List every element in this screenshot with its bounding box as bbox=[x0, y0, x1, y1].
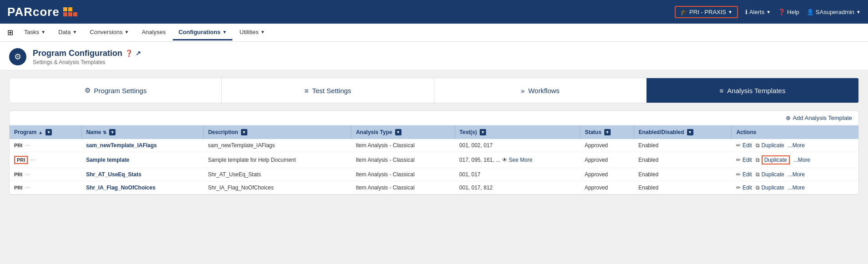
name-sort-icon[interactable]: ⇅ bbox=[103, 130, 106, 135]
row3-description-cell: Shr_AT_UseEq_Stats bbox=[203, 168, 351, 181]
row2-edit-button[interactable]: Edit bbox=[743, 157, 752, 163]
row4-tests: 001, 017, 812 bbox=[459, 184, 492, 191]
row1-edit-button[interactable]: Edit bbox=[743, 142, 752, 149]
row3-edit-button[interactable]: Edit bbox=[743, 171, 752, 178]
col-name-label: Name bbox=[86, 129, 101, 135]
row1-analysis-type: Item Analysis - Classical bbox=[356, 142, 414, 149]
tab-program-settings[interactable]: ⚙ Program Settings bbox=[10, 78, 222, 103]
grid-icon[interactable]: ⊞ bbox=[7, 28, 13, 37]
nav-utilities[interactable]: Utilities ▼ bbox=[234, 25, 271, 40]
tasks-caret-icon: ▼ bbox=[41, 30, 45, 35]
row4-status-cell: Approved bbox=[580, 181, 634, 194]
nav-configurations[interactable]: Configurations ▼ bbox=[173, 25, 232, 40]
row3-analysis-type-cell: Item Analysis - Classical bbox=[351, 168, 455, 181]
analysis-templates-table-section: ⊕ Add Analysis Template Program ▲ ▼ bbox=[9, 110, 859, 195]
name-filter-icon[interactable]: ▼ bbox=[109, 129, 115, 135]
main-content: ⚙ Program Settings ≡ Test Settings » Wor… bbox=[0, 70, 868, 202]
row3-actions-cell: ✏ Edit ⧉ Duplicate ...More bbox=[732, 168, 858, 181]
nav-analyses[interactable]: Analyses bbox=[136, 25, 171, 40]
page-subtitle: Settings & Analysis Templates bbox=[33, 59, 141, 65]
row1-tests: 001, 002, 017 bbox=[459, 142, 492, 149]
row4-more-button[interactable]: ...More bbox=[788, 184, 805, 191]
row4-name-link[interactable]: Shr_IA_Flag_NoOfChoices bbox=[86, 184, 156, 191]
row4-analysis-type-cell: Item Analysis - Classical bbox=[351, 181, 455, 194]
tab-workflows[interactable]: » Workflows bbox=[434, 78, 647, 103]
row1-name-link[interactable]: sam_newTemplate_IAFlags bbox=[86, 142, 157, 149]
row2-status-cell: Approved bbox=[580, 152, 634, 168]
row3-name-link[interactable]: Shr_AT_UseEq_Stats bbox=[86, 171, 141, 178]
row3-description: Shr_AT_UseEq_Stats bbox=[208, 171, 261, 178]
tab-test-settings-label: Test Settings bbox=[312, 87, 351, 95]
program-selector[interactable]: 🎓 PRI - PRAXIS ▼ bbox=[675, 6, 738, 18]
row1-tests-cell: 001, 002, 017 bbox=[455, 139, 580, 152]
status-filter-icon[interactable]: ▼ bbox=[604, 129, 611, 135]
col-tests: Test(s) ▼ bbox=[455, 125, 580, 139]
nav-utilities-label: Utilities bbox=[240, 29, 259, 35]
help-circle-icon: ❓ bbox=[778, 9, 785, 15]
col-tests-label: Test(s) bbox=[460, 129, 477, 135]
alerts-menu[interactable]: ℹ Alerts ▼ bbox=[745, 9, 771, 15]
row2-enabled: Enabled bbox=[638, 157, 658, 163]
col-actions-label: Actions bbox=[736, 129, 756, 135]
add-analysis-template-button[interactable]: ⊕ Add Analysis Template bbox=[786, 115, 852, 121]
table-row: PRI ⋯ sam_newTemplate_IAFlags sam_newTem… bbox=[10, 139, 858, 152]
main-nav: ⊞ Tasks ▼ Data ▼ Conversions ▼ Analyses … bbox=[0, 24, 868, 42]
row1-duplicate-button[interactable]: Duplicate bbox=[762, 142, 784, 149]
row2-more-button[interactable]: ...More bbox=[793, 157, 810, 163]
tab-test-settings[interactable]: ≡ Test Settings bbox=[222, 78, 434, 103]
row2-program-badge: PRI bbox=[14, 156, 28, 164]
tab-analysis-templates-label: Analysis Templates bbox=[727, 87, 785, 95]
row2-description: Sample template for Help Document bbox=[208, 157, 296, 163]
nav-conversions[interactable]: Conversions ▼ bbox=[85, 25, 135, 40]
conversions-caret-icon: ▼ bbox=[125, 30, 129, 35]
row2-description-cell: Sample template for Help Document bbox=[203, 152, 351, 168]
row3-more-button[interactable]: ...More bbox=[788, 171, 805, 178]
analysis-type-filter-icon[interactable]: ▼ bbox=[395, 129, 401, 135]
row1-duplicate-icon: ⧉ bbox=[756, 142, 760, 149]
row3-tests-cell: 001, 017 bbox=[455, 168, 580, 181]
row2-analysis-type-cell: Item Analysis - Classical bbox=[351, 152, 455, 168]
help-page-icon[interactable]: ❓ bbox=[125, 50, 133, 57]
user-label: SAsuperadmin bbox=[816, 9, 854, 15]
row3-analysis-type: Item Analysis - Classical bbox=[356, 171, 414, 178]
program-filter-icon[interactable]: ▼ bbox=[45, 129, 52, 135]
description-filter-icon[interactable]: ▼ bbox=[241, 129, 247, 135]
help-menu[interactable]: ❓ Help bbox=[778, 9, 799, 15]
external-link-icon[interactable]: ↗ bbox=[135, 50, 141, 57]
row2-see-more-link[interactable]: See More bbox=[509, 157, 532, 163]
eye-icon: 👁 bbox=[502, 157, 507, 163]
row2-duplicate-button[interactable]: Duplicate bbox=[762, 155, 790, 164]
table-row: PRI ⋯ Sample template Sample template fo… bbox=[10, 152, 858, 168]
col-status: Status ▼ bbox=[580, 125, 634, 139]
configurations-caret-icon: ▼ bbox=[222, 30, 227, 35]
tab-analysis-templates[interactable]: ≡ Analysis Templates bbox=[647, 78, 858, 103]
row3-program-cell: PRI ⋯ bbox=[10, 168, 81, 181]
row2-name-link[interactable]: Sample template bbox=[86, 157, 129, 163]
row2-status: Approved bbox=[585, 157, 608, 163]
row4-edit-button[interactable]: Edit bbox=[743, 184, 752, 191]
row1-status-cell: Approved bbox=[580, 139, 634, 152]
enabled-filter-icon[interactable]: ▼ bbox=[687, 129, 693, 135]
top-nav-right: 🎓 PRI - PRAXIS ▼ ℹ Alerts ▼ ❓ Help 👤 SAs… bbox=[675, 6, 861, 18]
nav-data[interactable]: Data ▼ bbox=[53, 25, 82, 40]
program-sort-icon[interactable]: ▲ bbox=[38, 130, 43, 135]
user-menu[interactable]: 👤 SAsuperadmin ▼ bbox=[807, 9, 861, 15]
col-description-label: Description bbox=[208, 129, 238, 135]
row4-duplicate-button[interactable]: Duplicate bbox=[762, 184, 784, 191]
row4-name-cell: Shr_IA_Flag_NoOfChoices bbox=[81, 181, 203, 194]
tests-filter-icon[interactable]: ▼ bbox=[480, 129, 486, 135]
list-tab-icon: ≡ bbox=[305, 87, 309, 95]
row1-description: sam_newTemplate_IAFlags bbox=[208, 142, 275, 149]
row4-enabled: Enabled bbox=[638, 184, 658, 191]
row1-program-cell: PRI ⋯ bbox=[10, 139, 81, 152]
row1-more-button[interactable]: ...More bbox=[788, 142, 805, 149]
row1-edit-icon: ✏ bbox=[736, 142, 741, 149]
user-caret-icon: ▼ bbox=[856, 10, 861, 15]
row4-enabled-cell: Enabled bbox=[634, 181, 732, 194]
logo-text: PARcore bbox=[7, 5, 60, 19]
row4-analysis-type: Item Analysis - Classical bbox=[356, 184, 414, 191]
nav-tasks[interactable]: Tasks ▼ bbox=[19, 25, 51, 40]
row3-duplicate-button[interactable]: Duplicate bbox=[762, 171, 784, 178]
gear-tab-icon: ⚙ bbox=[85, 86, 90, 95]
col-actions: Actions bbox=[732, 125, 858, 139]
